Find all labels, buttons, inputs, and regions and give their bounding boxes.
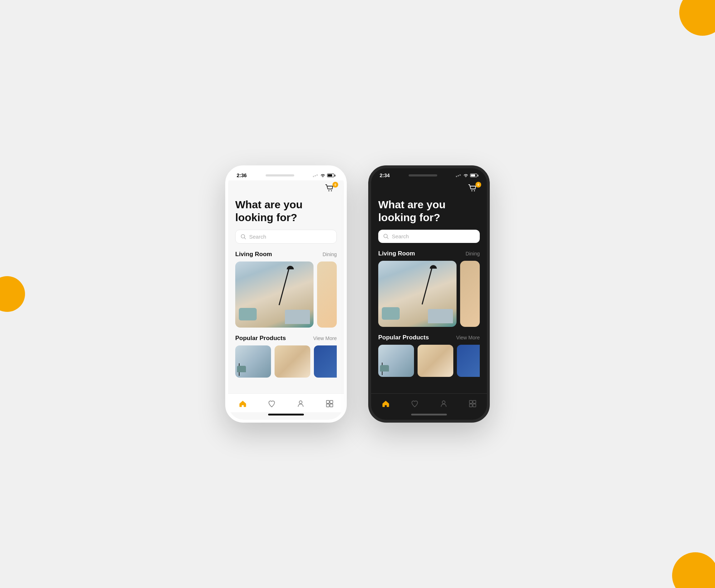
phones-container: 2:36 — [225, 165, 490, 423]
battery-dark — [470, 174, 478, 177]
grid-icon-light — [325, 399, 334, 408]
product-card-1-light[interactable] — [235, 345, 271, 378]
products-row-dark — [378, 345, 480, 377]
phone-dark: 2:34 — [368, 165, 490, 423]
product-card-1-dark[interactable] — [378, 345, 414, 377]
dining-link-dark[interactable]: Dining — [465, 251, 480, 256]
product-card-3-dark[interactable] — [457, 345, 480, 377]
view-more-light[interactable]: View More — [313, 335, 337, 341]
status-time-light: 2:36 — [237, 173, 247, 178]
svg-point-2 — [316, 174, 318, 176]
nav-home-light[interactable] — [234, 398, 251, 409]
category-row-light — [235, 261, 337, 328]
svg-point-12 — [456, 176, 457, 177]
svg-point-3 — [329, 190, 330, 191]
nav-favorites-light[interactable] — [263, 398, 280, 409]
svg-point-13 — [458, 175, 459, 176]
status-icons-dark — [456, 173, 478, 178]
dining-image-light — [317, 261, 337, 328]
product-image-3-dark — [457, 345, 480, 377]
popular-header-dark: Popular Products View More — [378, 334, 480, 341]
living-room-card-light[interactable] — [235, 261, 314, 328]
product-card-2-dark[interactable] — [418, 345, 453, 377]
search-bar-light[interactable]: Search — [235, 230, 337, 244]
home-indicator-container-dark — [371, 412, 487, 420]
cart-button-light[interactable]: 0 — [325, 183, 337, 195]
search-icon-light — [241, 234, 246, 240]
svg-rect-21 — [473, 400, 476, 403]
svg-point-0 — [313, 176, 314, 177]
living-room-card-dark[interactable] — [378, 261, 457, 327]
svg-point-4 — [331, 190, 332, 191]
nav-bar-dark — [371, 393, 487, 412]
status-time-dark: 2:34 — [380, 173, 390, 178]
wifi-icon-dark — [463, 173, 469, 178]
phone-content-dark: 0 What are you looking for? — [371, 180, 487, 393]
nav-home-dark[interactable] — [377, 398, 394, 409]
svg-rect-20 — [469, 400, 472, 403]
popular-title-light: Popular Products — [235, 335, 286, 342]
dining-card-light[interactable] — [317, 261, 337, 328]
svg-rect-11 — [330, 404, 333, 407]
dynamic-island-dark — [409, 174, 437, 176]
wifi-icon-light — [320, 173, 326, 178]
nav-favorites-dark[interactable] — [406, 398, 423, 409]
phone-content-light: 0 What are you looking for? — [228, 180, 344, 393]
nav-menu-light[interactable] — [321, 398, 338, 409]
grid-icon-dark — [468, 399, 477, 408]
svg-point-19 — [442, 401, 445, 404]
status-bar-light: 2:36 — [228, 168, 344, 180]
view-more-dark[interactable]: View More — [456, 335, 480, 340]
popular-title-dark: Popular Products — [378, 334, 429, 341]
categories-header-dark: Living Room Dining — [378, 250, 480, 257]
page-heading-light: What are you looking for? — [235, 198, 337, 224]
phone-light-inner: 2:36 — [228, 168, 344, 420]
search-placeholder-dark: Search — [392, 233, 409, 239]
nav-profile-dark[interactable] — [435, 398, 452, 409]
product-image-2-light — [275, 345, 310, 378]
heart-icon-dark — [410, 399, 419, 408]
battery-light — [327, 174, 335, 177]
phone-light: 2:36 — [225, 165, 347, 423]
product-image-1-light — [235, 345, 271, 378]
home-icon-light — [238, 399, 247, 408]
svg-point-15 — [472, 190, 473, 191]
home-icon-dark — [381, 399, 390, 408]
nav-menu-dark[interactable] — [464, 398, 481, 409]
category-row-dark — [378, 261, 480, 327]
product-card-3-light[interactable] — [314, 345, 337, 378]
decorative-circle-top-right — [679, 0, 715, 36]
dining-link-light[interactable]: Dining — [322, 251, 337, 257]
status-icons-light — [313, 173, 335, 178]
dining-card-dark[interactable] — [460, 261, 480, 327]
cart-row-dark: 0 — [378, 180, 480, 198]
cart-badge-dark: 0 — [475, 182, 481, 188]
search-bar-dark[interactable]: Search — [378, 230, 480, 243]
home-indicator-light — [268, 414, 304, 415]
signal-icon-dark — [456, 174, 462, 177]
svg-point-16 — [474, 190, 475, 191]
decorative-circle-bottom-right — [672, 552, 715, 588]
product-image-1-dark — [378, 345, 414, 377]
dynamic-island-light — [266, 174, 294, 176]
living-room-image-light — [235, 261, 314, 328]
products-row-light — [235, 345, 337, 378]
living-room-title-dark: Living Room — [378, 250, 415, 257]
nav-profile-light[interactable] — [292, 398, 309, 409]
cart-button-dark[interactable]: 0 — [468, 183, 480, 195]
categories-header-light: Living Room Dining — [235, 251, 337, 258]
decorative-circle-left — [0, 276, 25, 312]
product-card-2-light[interactable] — [275, 345, 310, 378]
user-icon-light — [296, 399, 305, 408]
living-room-image-dark — [378, 261, 457, 327]
popular-header-light: Popular Products View More — [235, 335, 337, 342]
product-image-3-light — [314, 345, 337, 378]
heart-icon-light — [267, 399, 276, 408]
svg-rect-9 — [330, 400, 333, 403]
search-icon-dark — [383, 234, 389, 239]
svg-point-14 — [459, 174, 461, 176]
cart-row-light: 0 — [235, 180, 337, 198]
user-icon-dark — [439, 399, 448, 408]
nav-bar-light — [228, 393, 344, 412]
page-heading-dark: What are you looking for? — [378, 198, 480, 224]
